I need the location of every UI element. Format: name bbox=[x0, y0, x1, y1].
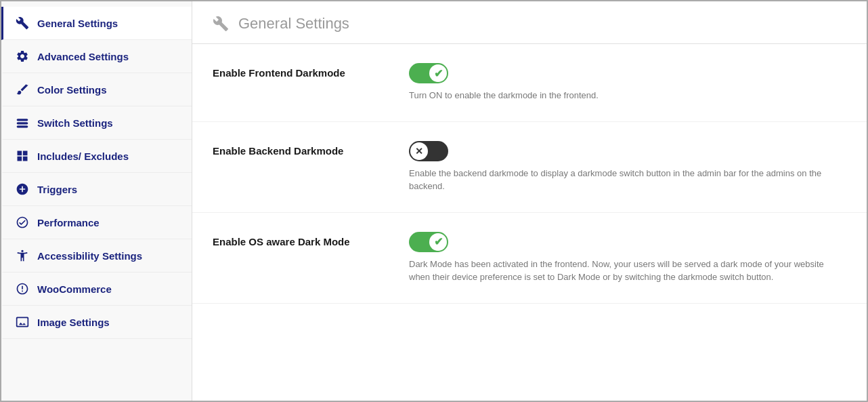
setting-control-backend-darkmode: ✕ Enable the backend darkmode to display… bbox=[409, 141, 829, 193]
setting-label-frontend-darkmode: Enable Frontend Darkmode bbox=[213, 63, 389, 79]
svg-rect-0 bbox=[17, 119, 28, 121]
sidebar-item-accessibility-settings[interactable]: Accessibility Settings bbox=[1, 239, 192, 273]
setting-backend-darkmode: Enable Backend Darkmode ✕ Enable the bac… bbox=[192, 122, 867, 213]
main-content: General Settings Enable Frontend Darkmod… bbox=[192, 1, 867, 401]
toggle-knob-os-aware-darkmode: ✔ bbox=[429, 233, 447, 251]
x-icon: ✕ bbox=[415, 146, 423, 157]
woocommerce-icon bbox=[16, 282, 29, 296]
sidebar-item-woocommerce[interactable]: WooCommerce bbox=[1, 273, 192, 306]
gear-icon bbox=[16, 49, 29, 63]
sidebar-item-label-switch-settings: Switch Settings bbox=[37, 117, 113, 129]
wrench-icon bbox=[16, 16, 29, 30]
setting-control-frontend-darkmode: ✔ Turn ON to enable the darkmode in the … bbox=[409, 63, 599, 102]
setting-label-backend-darkmode: Enable Backend Darkmode bbox=[213, 141, 389, 157]
sidebar-item-label-advanced-settings: Advanced Settings bbox=[37, 51, 129, 62]
toggle-knob-frontend-darkmode: ✔ bbox=[429, 64, 447, 82]
performance-icon bbox=[16, 216, 29, 229]
triggers-icon bbox=[16, 182, 29, 196]
setting-label-os-aware-darkmode: Enable OS aware Dark Mode bbox=[213, 232, 389, 247]
page-header: General Settings bbox=[192, 1, 867, 44]
check-icon: ✔ bbox=[434, 67, 443, 80]
sidebar-item-image-settings[interactable]: Image Settings bbox=[1, 306, 192, 339]
page-header-wrench-icon bbox=[213, 16, 229, 32]
sidebar-item-switch-settings[interactable]: Switch Settings bbox=[1, 106, 192, 140]
includes-excludes-icon bbox=[16, 149, 29, 163]
svg-rect-1 bbox=[17, 122, 28, 124]
sidebar-item-label-image-settings: Image Settings bbox=[37, 317, 110, 328]
setting-os-aware-darkmode: Enable OS aware Dark Mode ✔ Dark Mode ha… bbox=[192, 213, 867, 304]
sidebar-item-label-color-settings: Color Settings bbox=[37, 84, 107, 96]
accessibility-icon bbox=[16, 249, 29, 262]
page-title: General Settings bbox=[238, 15, 349, 33]
sidebar-item-general-settings[interactable]: General Settings bbox=[1, 7, 192, 40]
sidebar-item-triggers[interactable]: Triggers bbox=[1, 173, 192, 206]
setting-frontend-darkmode: Enable Frontend Darkmode ✔ Turn ON to en… bbox=[192, 44, 867, 122]
sidebar-item-color-settings[interactable]: Color Settings bbox=[1, 73, 192, 106]
toggle-knob-backend-darkmode: ✕ bbox=[410, 142, 428, 160]
sidebar-item-advanced-settings[interactable]: Advanced Settings bbox=[1, 40, 192, 73]
toggle-os-aware-darkmode[interactable]: ✔ bbox=[409, 232, 448, 252]
svg-rect-2 bbox=[17, 125, 28, 127]
sidebar: General Settings Advanced Settings Color… bbox=[1, 1, 192, 401]
setting-description-backend-darkmode: Enable the backend darkmode to display a… bbox=[409, 167, 829, 193]
switch-icon bbox=[16, 116, 29, 129]
toggle-backend-darkmode[interactable]: ✕ bbox=[409, 141, 448, 161]
check-icon-2: ✔ bbox=[434, 235, 443, 248]
sidebar-item-performance[interactable]: Performance bbox=[1, 206, 192, 239]
sidebar-item-label-triggers: Triggers bbox=[37, 184, 77, 195]
toggle-frontend-darkmode[interactable]: ✔ bbox=[409, 63, 448, 83]
setting-description-os-aware-darkmode: Dark Mode has been activated in the fron… bbox=[409, 258, 829, 284]
setting-description-frontend-darkmode: Turn ON to enable the darkmode in the fr… bbox=[409, 89, 599, 102]
setting-control-os-aware-darkmode: ✔ Dark Mode has been activated in the fr… bbox=[409, 232, 829, 284]
app-window: General Settings Advanced Settings Color… bbox=[0, 0, 868, 402]
sidebar-item-includes-excludes[interactable]: Includes/ Excludes bbox=[1, 140, 192, 173]
sidebar-item-label-woocommerce: WooCommerce bbox=[37, 283, 112, 295]
sidebar-item-label-performance: Performance bbox=[37, 217, 100, 228]
brush-icon bbox=[16, 83, 29, 96]
sidebar-item-label-includes-excludes: Includes/ Excludes bbox=[37, 150, 129, 162]
image-settings-icon bbox=[16, 315, 29, 329]
sidebar-item-label-general-settings: General Settings bbox=[37, 18, 118, 29]
sidebar-item-label-accessibility-settings: Accessibility Settings bbox=[37, 250, 142, 262]
